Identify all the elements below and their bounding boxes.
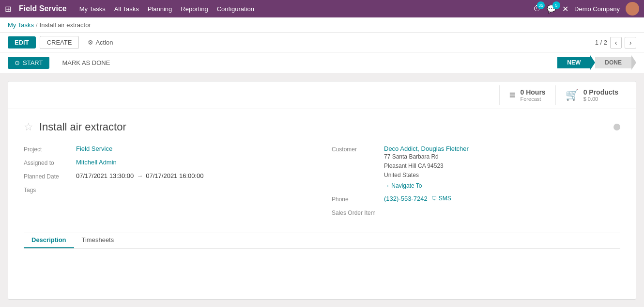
messages-button[interactable]: 💬 5 [547,4,556,14]
settings-icon[interactable]: ✕ [562,4,568,14]
stage-done[interactable]: DONE [595,57,631,68]
main-content: ≡ 0 Hours Forecast 🛒 0 Products $ 0.00 ☆… [0,73,644,307]
hours-stat[interactable]: ≡ 0 Hours Forecast [499,85,555,105]
stats-row: ≡ 0 Hours Forecast 🛒 0 Products $ 0.00 [8,81,636,109]
form-title-row: ☆ Install air extractor [24,121,620,133]
planned-date-field-row: Planned Date 07/17/2021 13:30:00 → 07/17… [24,172,312,180]
start-label: START [23,59,43,66]
nav-links: My Tasks All Tasks Planning Reporting Co… [79,5,525,13]
nav-all-tasks[interactable]: All Tasks [114,5,139,13]
planned-end[interactable]: 07/17/2021 16:00:00 [146,172,203,179]
tabs-row: Description Timesheets [24,232,620,249]
tab-timesheets[interactable]: Timesheets [74,232,122,248]
customer-field-row: Customer Deco Addict, Douglas Fletcher 7… [332,145,620,189]
sms-label: SMS [439,195,451,202]
status-dot [613,124,620,130]
assigned-field-row: Assigned to Mitchell Admin [24,159,312,166]
products-value: 0 Products [583,88,618,96]
nav-my-tasks[interactable]: My Tasks [79,5,106,13]
play-icon: ⊙ [15,59,20,66]
products-label: $ 0.00 [583,96,618,102]
status-bar: ⊙ START MARK AS DONE NEW DONE [0,52,644,73]
form-body: ☆ Install air extractor Project Field Se… [8,109,636,299]
customer-details: Deco Addict, Douglas Fletcher 77 Santa B… [384,145,469,189]
customer-address-3: United States [384,172,419,178]
cart-icon: 🛒 [566,89,579,101]
nav-reporting[interactable]: Reporting [181,5,208,13]
action-bar: EDIT CREATE ⚙ Action 1 / 2 ‹ › [0,33,644,52]
status-pipeline: NEW DONE [557,55,636,70]
hours-value: 0 Hours [521,88,546,96]
timer-badge: 35 [537,1,545,9]
hours-info: 0 Hours Forecast [521,88,546,102]
planned-start[interactable]: 07/17/2021 13:30:00 [76,172,134,179]
tab-description[interactable]: Description [24,232,74,248]
stage-new[interactable]: NEW [557,57,590,68]
pagination-area: 1 / 2 ‹ › [595,37,636,48]
favorite-star-icon[interactable]: ☆ [24,121,33,133]
fields-grid: Project Field Service Assigned to Mitche… [24,145,620,222]
action-button[interactable]: ⚙ Action [83,36,118,48]
pagination-text: 1 / 2 [595,39,607,46]
sales-order-label: Sales Order Item [332,209,380,216]
stage-arrow-2 [631,55,636,70]
hours-label: Forecast [521,96,546,102]
products-info: 0 Products $ 0.00 [583,88,618,102]
action-label: Action [95,39,113,46]
edit-button[interactable]: EDIT [8,36,36,48]
task-title: Install air extractor [39,121,126,133]
mark-done-button[interactable]: MARK AS DONE [57,57,115,69]
form-card: ≡ 0 Hours Forecast 🛒 0 Products $ 0.00 ☆… [8,81,636,300]
customer-label: Customer [332,145,380,153]
date-range-arrow: → [137,172,143,179]
nav-planning[interactable]: Planning [148,5,172,13]
planned-label: Planned Date [24,172,72,180]
planned-date-values: 07/17/2021 13:30:00 → 07/17/2021 16:00:0… [76,172,204,179]
breadcrumb-current: Install air extractor [40,21,91,29]
phone-value-row: (132)-553-7242 🗨 SMS [384,195,451,202]
navigate-to-link[interactable]: Navigate To [384,182,469,189]
products-stat[interactable]: 🛒 0 Products $ 0.00 [555,85,628,105]
app-title: Field Service [19,4,67,13]
next-button[interactable]: › [625,37,636,48]
assigned-label: Assigned to [24,159,72,166]
breadcrumb-parent[interactable]: My Tasks [8,21,34,29]
create-button[interactable]: CREATE [40,36,79,49]
messages-badge: 5 [552,1,560,9]
sales-order-field-row: Sales Order Item [332,209,620,216]
phone-label: Phone [332,195,380,203]
left-fields: Project Field Service Assigned to Mitche… [24,145,312,222]
nav-configuration[interactable]: Configuration [217,5,254,13]
customer-address-1: 77 Santa Barbara Rd [384,153,439,160]
grid-icon[interactable]: ⊞ [5,4,11,14]
phone-value[interactable]: (132)-553-7242 [384,195,428,202]
company-name: Demo Company [574,5,620,13]
breadcrumb: My Tasks / Install air extractor [0,17,644,33]
tab-content-area [24,249,620,288]
project-value[interactable]: Field Service [76,145,112,152]
right-fields: Customer Deco Addict, Douglas Fletcher 7… [332,145,620,222]
nav-right: ⏱ 35 💬 5 ✕ Demo Company [533,2,639,16]
project-field-row: Project Field Service [24,145,312,153]
gear-icon: ⚙ [88,39,93,46]
project-label: Project [24,145,72,153]
hours-icon: ≡ [509,89,516,101]
assigned-value[interactable]: Mitchell Admin [76,159,117,166]
start-button[interactable]: ⊙ START [8,57,49,69]
tags-field-row: Tags [24,186,312,194]
sms-link[interactable]: 🗨 SMS [431,195,451,202]
customer-address-2: Pleasant Hill CA 94523 [384,162,444,169]
phone-field-row: Phone (132)-553-7242 🗨 SMS [332,195,620,203]
customer-name[interactable]: Deco Addict, Douglas Fletcher [384,145,469,152]
top-navigation: ⊞ Field Service My Tasks All Tasks Plann… [0,0,644,17]
prev-button[interactable]: ‹ [610,37,622,48]
breadcrumb-separator: / [36,21,38,29]
customer-address: 77 Santa Barbara Rd Pleasant Hill CA 945… [384,152,469,180]
stage-arrow-1 [590,55,595,70]
form-tabs: Description Timesheets [24,232,620,288]
sms-icon: 🗨 [431,195,437,202]
tags-label: Tags [24,186,72,194]
timer-button[interactable]: ⏱ 35 [533,4,541,13]
avatar[interactable] [626,2,639,16]
